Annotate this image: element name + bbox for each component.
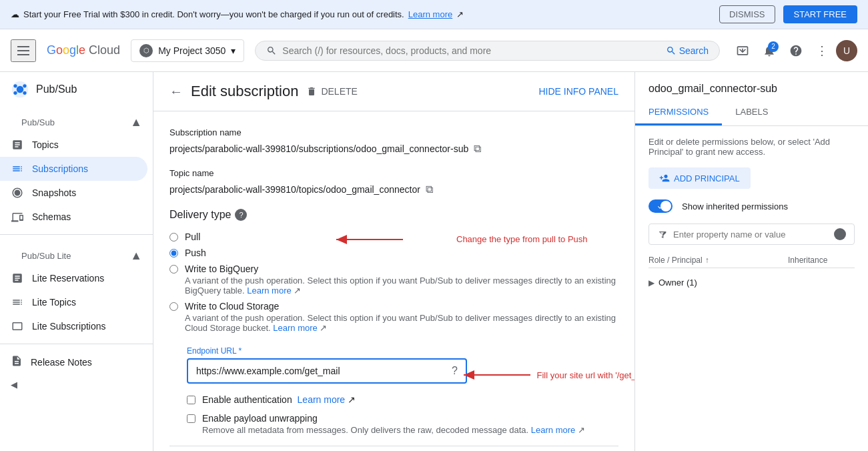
pull-annotation-text: Change the type from pull to Push — [456, 234, 588, 244]
push-radio[interactable] — [169, 249, 178, 258]
pull-radio[interactable] — [169, 233, 178, 242]
filter-input[interactable] — [673, 230, 829, 240]
delete-button[interactable]: DELETE — [306, 86, 357, 97]
back-button[interactable]: ← — [169, 84, 183, 99]
tab-labels[interactable]: LABELS — [722, 100, 781, 125]
delete-icon — [306, 86, 317, 97]
banner-learn-more[interactable]: Learn more — [408, 9, 452, 19]
lite-reservations-icon — [11, 272, 24, 285]
expand-icon[interactable]: ▶ — [648, 278, 655, 288]
bigquery-learn-more-link[interactable]: Learn more — [247, 286, 291, 296]
bigquery-radio[interactable] — [169, 265, 178, 274]
project-icon: ⬡ — [139, 44, 153, 57]
copy-subscription-name-button[interactable]: ⧉ — [474, 143, 481, 155]
banner-right: DISMISS START FREE — [719, 5, 857, 23]
search-button[interactable]: Search — [666, 45, 709, 56]
svg-point-4 — [13, 91, 17, 95]
more-options-button[interactable]: ⋮ — [811, 38, 833, 63]
show-inherited-toggle[interactable] — [648, 199, 673, 213]
info-panel-tabs: PERMISSIONS LABELS — [635, 100, 868, 126]
sidebar-item-snapshots[interactable]: Snapshots — [0, 181, 147, 205]
external-link-icon-payload: ↗ — [578, 425, 585, 435]
sidebar-item-topics-label: Topics — [32, 139, 59, 150]
dismiss-button[interactable]: DISMISS — [719, 5, 775, 23]
bigquery-label[interactable]: Write to BigQuery — [185, 264, 258, 274]
sidebar-item-schemas[interactable]: Schemas — [0, 205, 147, 229]
release-notes-label: Release Notes — [31, 357, 92, 368]
cloud-storage-label[interactable]: Write to Cloud Storage — [185, 301, 279, 312]
info-panel-body: Edit or delete permissions below, or sel… — [635, 126, 868, 451]
sort-icon[interactable]: ↑ — [705, 256, 709, 265]
pubsub-collapse-button[interactable]: ▲ — [130, 115, 142, 129]
release-notes-icon — [11, 355, 23, 369]
notification-count: 2 — [768, 41, 779, 52]
sidebar-item-subscriptions[interactable]: Subscriptions — [0, 157, 147, 181]
endpoint-url-label: Endpoint URL * — [187, 346, 618, 356]
search-input[interactable] — [282, 45, 660, 56]
lite-subscriptions-icon — [11, 320, 24, 333]
subscription-name-text: projects/parabolic-wall-399810/subscript… — [169, 143, 468, 154]
sidebar-item-lite-subscriptions[interactable]: Lite Subscriptions — [0, 314, 147, 338]
sidebar-item-lite-reservations[interactable]: Lite Reservations — [0, 266, 147, 290]
svg-point-5 — [23, 91, 26, 95]
cloud-storage-radio[interactable] — [169, 302, 178, 311]
sidebar-item-release-notes[interactable]: Release Notes — [0, 350, 153, 374]
search-btn-icon — [666, 45, 677, 56]
hide-info-panel-button[interactable]: HIDE INFO PANEL — [538, 86, 618, 97]
sidebar-item-lite-subscriptions-label: Lite Subscriptions — [32, 321, 106, 332]
sidebar-item-lite-topics[interactable]: Lite Topics — [0, 290, 147, 314]
enable-payload-learn-more[interactable]: Learn more — [531, 425, 575, 435]
show-inherited-row: Show inherited permissions — [648, 199, 855, 213]
copy-topic-name-button[interactable]: ⧉ — [426, 183, 433, 195]
sidebar-logo-row: Pub/Sub — [0, 72, 153, 107]
filter-help-icon[interactable]: ? — [834, 228, 846, 240]
project-selector[interactable]: ⬡ My Project 3050 ▾ — [131, 39, 244, 62]
info-panel: odoo_gmail_connector-sub PERMISSIONS LAB… — [634, 72, 868, 451]
sidebar-lite-section: Pub/Sub Lite ▲ — [0, 240, 153, 266]
inheritance-column-header: Inheritance — [788, 256, 855, 265]
cloud-shell-button[interactable] — [731, 39, 755, 63]
form-area: Subscription name projects/parabolic-wal… — [153, 111, 634, 451]
pull-arrow-annotation: Change the type from pull to Push — [343, 234, 588, 244]
top-banner: ☁ Start your Free Trial with $300 in cre… — [0, 0, 868, 29]
avatar[interactable]: U — [836, 40, 857, 61]
help-button[interactable] — [784, 39, 808, 63]
owner-row[interactable]: ▶ Owner (1) — [648, 278, 788, 288]
filter-row: ? — [648, 223, 855, 245]
info-panel-desc: Edit or delete permissions below, or sel… — [648, 137, 855, 157]
start-free-button[interactable]: START FREE — [783, 5, 857, 23]
lite-collapse-button[interactable]: ▲ — [130, 249, 142, 263]
sidebar-collapse-bottom[interactable]: ◀ — [0, 374, 153, 395]
google-cloud-logo[interactable]: Google Cloud — [47, 43, 120, 57]
notifications-button[interactable]: 2 — [757, 39, 781, 63]
owner-label: Owner (1) — [659, 278, 697, 288]
cloud-storage-learn-more-link[interactable]: Learn more — [273, 323, 317, 333]
subscriptions-icon — [11, 162, 24, 175]
add-principal-label: ADD PRINCIPAL — [674, 173, 740, 183]
pull-label[interactable]: Pull — [185, 232, 200, 242]
content-area: ← Edit subscription DELETE HIDE INFO PAN… — [153, 72, 634, 451]
enable-payload-label[interactable]: Enable payload unwrapping — [202, 413, 318, 424]
banner-text: Start your Free Trial with $300 in credi… — [23, 9, 404, 19]
endpoint-url-section: Endpoint URL * ? — [187, 346, 618, 384]
dots-icon: ⋮ — [816, 43, 828, 58]
back-arrow-icon: ← — [169, 84, 183, 99]
enable-auth-learn-more[interactable]: Learn more — [298, 394, 346, 405]
tab-permissions[interactable]: PERMISSIONS — [635, 100, 722, 125]
endpoint-url-input[interactable] — [196, 366, 446, 376]
sidebar-item-schemas-label: Schemas — [32, 211, 71, 222]
enable-auth-checkbox[interactable] — [187, 396, 195, 404]
delivery-type-help-icon[interactable]: ? — [235, 209, 247, 221]
table-header: Role / Principal ↑ Inheritance — [648, 253, 855, 268]
snapshots-icon — [11, 186, 24, 199]
enable-auth-label[interactable]: Enable authentication Learn more ↗ — [202, 394, 356, 405]
search-bar[interactable]: Search — [255, 41, 720, 61]
show-inherited-label: Show inherited permissions — [682, 201, 788, 211]
add-principal-button[interactable]: ADD PRINCIPAL — [648, 167, 751, 189]
external-link-icon-cs: ↗ — [320, 323, 327, 333]
push-label[interactable]: Push — [185, 248, 206, 258]
menu-button[interactable] — [11, 39, 36, 62]
sidebar: Pub/Sub Pub/Sub ▲ Topics Subscriptions S… — [0, 72, 153, 451]
sidebar-item-topics[interactable]: Topics — [0, 133, 147, 157]
enable-payload-checkbox[interactable] — [187, 414, 195, 423]
